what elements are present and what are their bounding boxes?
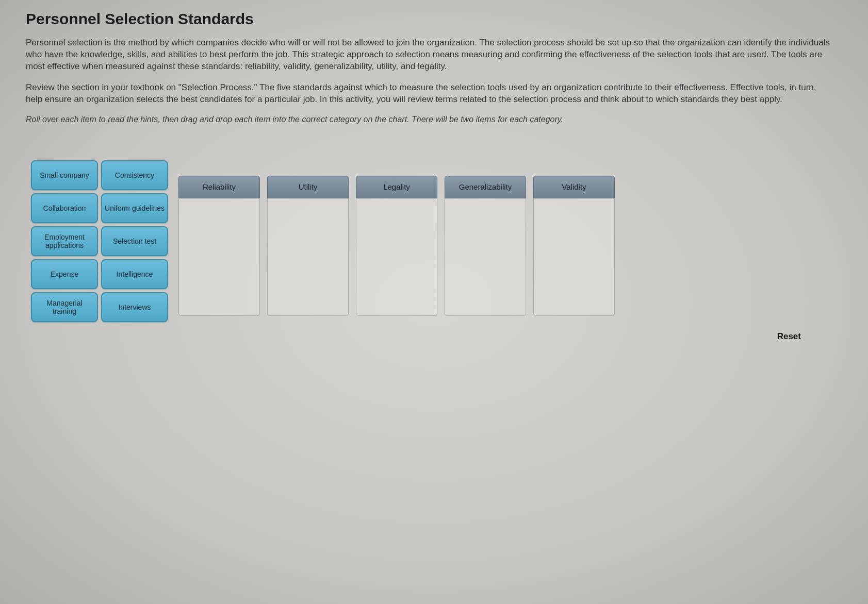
drag-item-collaboration[interactable]: Collaboration xyxy=(31,193,98,223)
instruction-text: Roll over each item to read the hints, t… xyxy=(26,115,696,124)
category-utility: Utility xyxy=(267,176,349,316)
drag-item-small-company[interactable]: Small company xyxy=(31,160,98,190)
draggable-items-panel: Small company Consistency Collaboration … xyxy=(31,160,168,322)
drop-zone-utility[interactable] xyxy=(267,198,349,316)
drag-item-interviews[interactable]: Interviews xyxy=(101,292,168,322)
drop-zone-reliability[interactable] xyxy=(178,198,260,316)
reset-button[interactable]: Reset xyxy=(777,331,801,342)
category-legality: Legality xyxy=(356,176,437,316)
intro-paragraph-1: Personnel selection is the method by whi… xyxy=(26,37,830,73)
page-title: Personnel Selection Standards xyxy=(26,10,842,28)
category-header: Legality xyxy=(356,176,437,198)
intro-paragraph-2: Review the section in your textbook on "… xyxy=(26,82,830,106)
drop-zone-legality[interactable] xyxy=(356,198,437,316)
category-header: Generalizability xyxy=(445,176,526,198)
drop-zone-validity[interactable] xyxy=(533,198,615,316)
category-header: Validity xyxy=(533,176,615,198)
drop-zone-generalizability[interactable] xyxy=(445,198,526,316)
category-generalizability: Generalizability xyxy=(445,176,526,316)
drag-item-consistency[interactable]: Consistency xyxy=(101,160,168,190)
drag-item-selection-test[interactable]: Selection test xyxy=(101,226,168,256)
drag-item-uniform-guidelines[interactable]: Uniform guidelines xyxy=(101,193,168,223)
drag-item-managerial-training[interactable]: Managerial training xyxy=(31,292,98,322)
category-reliability: Reliability xyxy=(178,176,260,316)
category-header: Utility xyxy=(267,176,349,198)
drop-categories-row: Reliability Utility Legality Generalizab… xyxy=(178,176,615,316)
category-header: Reliability xyxy=(178,176,260,198)
category-validity: Validity xyxy=(533,176,615,316)
drag-item-expense[interactable]: Expense xyxy=(31,259,98,289)
drag-item-intelligence[interactable]: Intelligence xyxy=(101,259,168,289)
reset-row: Reset xyxy=(26,331,842,342)
drag-item-employment-applications[interactable]: Employment applications xyxy=(31,226,98,256)
drag-drop-activity: Small company Consistency Collaboration … xyxy=(26,160,842,322)
